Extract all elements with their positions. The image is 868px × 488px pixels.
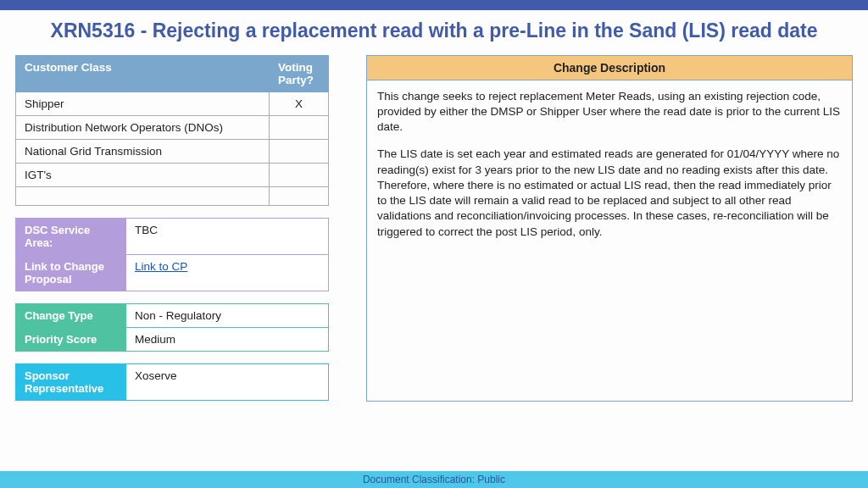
cell-class: Shipper bbox=[16, 92, 270, 115]
cell-vote: X bbox=[270, 92, 329, 115]
change-description-box: Change Description This change seeks to … bbox=[366, 55, 853, 402]
footer-classification: Document Classification: Public bbox=[0, 471, 868, 488]
change-type-label: Change Type bbox=[16, 303, 126, 327]
link-to-cp-cell: Link to CP bbox=[126, 254, 329, 291]
table-row-empty bbox=[16, 186, 329, 205]
priority-score-value: Medium bbox=[126, 327, 329, 351]
cell-vote bbox=[270, 115, 329, 139]
content-area: Customer Class Voting Party? Shipper X D… bbox=[0, 55, 868, 402]
sponsor-rep-value: Xoserve bbox=[126, 363, 329, 400]
description-p2: The LIS date is set each year and estima… bbox=[377, 147, 842, 239]
cell-vote bbox=[270, 163, 329, 186]
change-description-body: This change seeks to reject replacement … bbox=[367, 80, 852, 401]
table-row: Shipper X bbox=[16, 92, 329, 115]
change-description-header: Change Description bbox=[367, 56, 852, 80]
cell-class: National Grid Transmission bbox=[16, 139, 270, 163]
description-p1: This change seeks to reject replacement … bbox=[377, 89, 842, 136]
top-bar bbox=[0, 0, 868, 10]
cell-class: IGT's bbox=[16, 163, 270, 186]
dsc-table: DSC Service Area: TBC Link to Change Pro… bbox=[15, 218, 329, 291]
page-title: XRN5316 - Rejecting a replacement read w… bbox=[0, 10, 868, 55]
dsc-service-area-label: DSC Service Area: bbox=[16, 218, 126, 254]
cell-vote bbox=[270, 139, 329, 163]
change-type-value: Non - Regulatory bbox=[126, 303, 329, 327]
table-row: Distribution Network Operators (DNOs) bbox=[16, 115, 329, 139]
header-voting-party: Voting Party? bbox=[270, 55, 329, 92]
sponsor-table: Sponsor Representative Xoserve bbox=[15, 363, 329, 401]
right-column: Change Description This change seeks to … bbox=[366, 55, 853, 402]
change-type-table: Change Type Non - Regulatory Priority Sc… bbox=[15, 303, 329, 352]
table-row: IGT's bbox=[16, 163, 329, 186]
header-customer-class: Customer Class bbox=[16, 55, 270, 92]
priority-score-label: Priority Score bbox=[16, 327, 126, 351]
left-column: Customer Class Voting Party? Shipper X D… bbox=[15, 55, 329, 402]
link-to-cp-label: Link to Change Proposal bbox=[16, 254, 126, 291]
cell-class: Distribution Network Operators (DNOs) bbox=[16, 115, 270, 139]
dsc-service-area-value: TBC bbox=[126, 218, 329, 254]
link-to-cp[interactable]: Link to CP bbox=[135, 260, 187, 273]
table-row: National Grid Transmission bbox=[16, 139, 329, 163]
sponsor-rep-label: Sponsor Representative bbox=[16, 363, 126, 400]
customer-class-table: Customer Class Voting Party? Shipper X D… bbox=[15, 55, 329, 206]
